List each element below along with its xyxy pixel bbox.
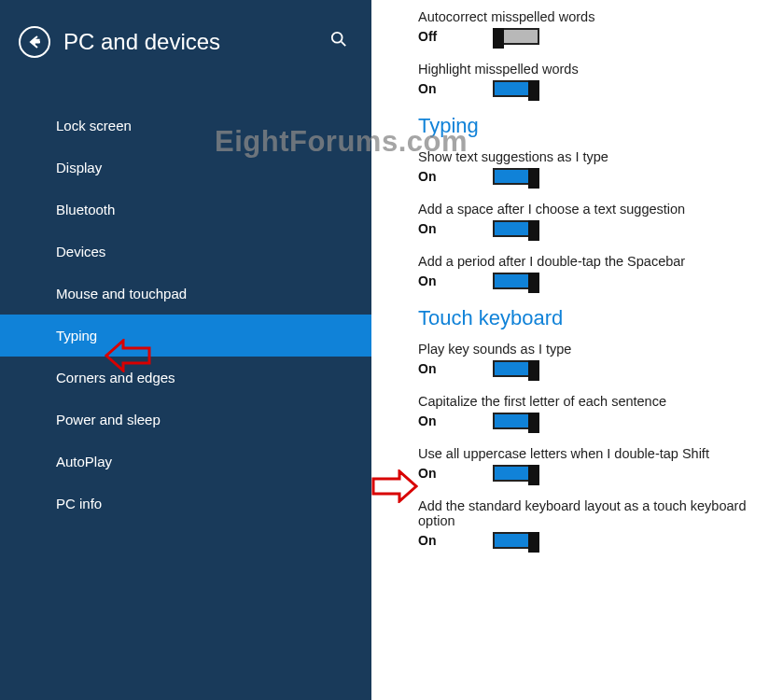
- setting-state: Off: [418, 29, 493, 44]
- sidebar-item-label: AutoPlay: [56, 454, 112, 469]
- setting-row: On: [418, 273, 783, 289]
- sidebar: PC and devices Lock screenDisplayBluetoo…: [0, 0, 371, 700]
- sidebar-item-power-and-sleep[interactable]: Power and sleep: [0, 399, 371, 441]
- svg-line-2: [342, 42, 346, 47]
- svg-point-1: [332, 33, 343, 43]
- toggle-switch[interactable]: [493, 360, 539, 377]
- setting: Add a space after I choose a text sugges…: [418, 202, 783, 237]
- toggle-handle: [528, 360, 539, 381]
- sidebar-title: PC and devices: [63, 29, 330, 55]
- setting-row: Off: [418, 28, 783, 45]
- sidebar-header: PC and devices: [0, 0, 371, 77]
- sidebar-item-label: Corners and edges: [56, 370, 175, 385]
- sidebar-item-autoplay[interactable]: AutoPlay: [0, 441, 371, 483]
- toggle-switch[interactable]: [493, 532, 539, 549]
- search-button[interactable]: [330, 31, 353, 53]
- setting-label: Show text suggestions as I type: [418, 149, 783, 164]
- toggle-handle: [528, 80, 539, 101]
- sidebar-items: Lock screenDisplayBluetoothDevicesMouse …: [0, 105, 371, 525]
- setting-state: On: [418, 533, 493, 548]
- toggle-switch[interactable]: [493, 273, 539, 289]
- sidebar-item-label: Lock screen: [56, 118, 132, 133]
- sidebar-item-label: Bluetooth: [56, 202, 115, 217]
- toggle-handle: [528, 413, 539, 433]
- sidebar-item-bluetooth[interactable]: Bluetooth: [0, 189, 371, 231]
- toggle-switch[interactable]: [493, 28, 539, 45]
- setting-row: On: [418, 220, 783, 237]
- setting: Highlight misspelled wordsOn: [418, 62, 783, 97]
- setting: Capitalize the first letter of each sent…: [418, 394, 783, 429]
- setting-label: Add the standard keyboard layout as a to…: [418, 498, 783, 528]
- setting-label: Highlight misspelled words: [418, 62, 783, 77]
- setting: Use all uppercase letters when I double-…: [418, 446, 783, 482]
- setting-state: On: [418, 466, 493, 481]
- sidebar-item-typing[interactable]: Typing: [0, 315, 371, 357]
- setting-state: On: [418, 413, 493, 428]
- toggle-handle: [493, 28, 504, 49]
- sidebar-item-lock-screen[interactable]: Lock screen: [0, 105, 371, 147]
- setting: Add a period after I double-tap the Spac…: [418, 254, 783, 289]
- section-title: Typing: [418, 114, 783, 138]
- setting-label: Capitalize the first letter of each sent…: [418, 394, 783, 409]
- toggle-switch[interactable]: [493, 168, 539, 185]
- setting-label: Use all uppercase letters when I double-…: [418, 446, 783, 461]
- sidebar-item-display[interactable]: Display: [0, 147, 371, 189]
- toggle-handle: [528, 168, 539, 189]
- setting: Play key sounds as I typeOn: [418, 342, 783, 377]
- section-title: Touch keyboard: [418, 306, 783, 330]
- back-button[interactable]: [19, 26, 50, 58]
- toggle-switch[interactable]: [493, 220, 539, 237]
- setting-label: Play key sounds as I type: [418, 342, 783, 357]
- toggle-handle: [528, 532, 539, 553]
- setting-row: On: [418, 360, 783, 377]
- sidebar-item-pc-info[interactable]: PC info: [0, 483, 371, 525]
- setting-row: On: [418, 80, 783, 97]
- setting-label: Add a period after I double-tap the Spac…: [418, 254, 783, 269]
- setting-state: On: [418, 221, 493, 236]
- setting-label: Add a space after I choose a text sugges…: [418, 202, 783, 217]
- toggle-handle: [528, 465, 539, 485]
- back-arrow-icon: [27, 35, 42, 49]
- toggle-handle: [528, 220, 539, 241]
- setting-state: On: [418, 361, 493, 376]
- setting-state: On: [418, 81, 493, 96]
- toggle-switch[interactable]: [493, 80, 539, 97]
- setting-row: On: [418, 465, 783, 482]
- sidebar-item-label: Typing: [56, 328, 97, 343]
- sidebar-item-label: PC info: [56, 496, 102, 511]
- sidebar-item-label: Display: [56, 160, 102, 175]
- sidebar-item-label: Devices: [56, 244, 105, 259]
- setting-row: On: [418, 413, 783, 429]
- setting-row: On: [418, 168, 783, 185]
- sidebar-item-mouse-and-touchpad[interactable]: Mouse and touchpad: [0, 273, 371, 315]
- toggle-handle: [528, 273, 539, 293]
- toggle-switch[interactable]: [493, 465, 539, 482]
- setting-state: On: [418, 169, 493, 184]
- setting-state: On: [418, 273, 493, 288]
- sidebar-item-corners-and-edges[interactable]: Corners and edges: [0, 357, 371, 399]
- setting: Autocorrect misspelled wordsOff: [418, 9, 783, 45]
- setting: Add the standard keyboard layout as a to…: [418, 498, 783, 549]
- setting-row: On: [418, 532, 783, 549]
- sidebar-item-label: Power and sleep: [56, 412, 161, 427]
- setting: Show text suggestions as I typeOn: [418, 149, 783, 185]
- sidebar-item-label: Mouse and touchpad: [56, 286, 187, 301]
- toggle-switch[interactable]: [493, 413, 539, 429]
- content-panel: Autocorrect misspelled wordsOffHighlight…: [371, 0, 783, 700]
- setting-label: Autocorrect misspelled words: [418, 9, 783, 24]
- sidebar-item-devices[interactable]: Devices: [0, 231, 371, 273]
- search-icon: [330, 31, 347, 48]
